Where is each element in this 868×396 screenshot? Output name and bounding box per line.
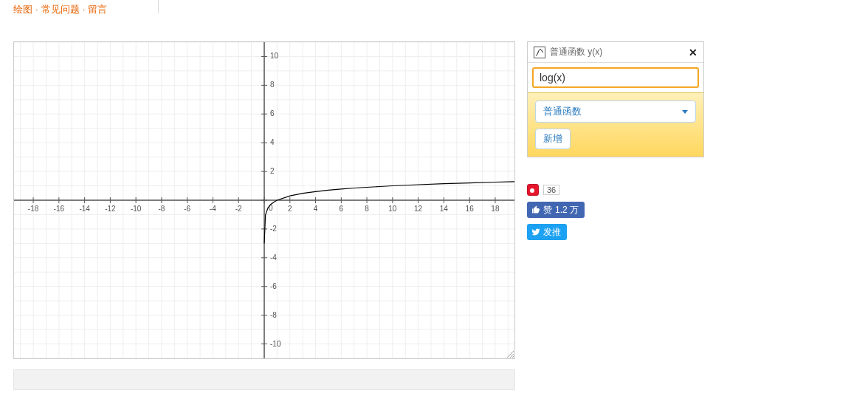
chart-panel[interactable]: -18-16-14-12-10-8-6-4-224681012141618-10…: [13, 41, 515, 359]
nav-link-guestbook[interactable]: 留言: [88, 4, 107, 15]
svg-text:2: 2: [288, 205, 292, 213]
sep: ·: [83, 4, 86, 15]
svg-text:-12: -12: [105, 205, 116, 213]
function-thumb-icon: [534, 47, 545, 58]
weibo-count: 36: [543, 185, 559, 195]
function-type-label: 普通函数: [543, 105, 582, 118]
chart-plot: -18-16-14-12-10-8-6-4-224681012141618-10…: [14, 42, 514, 358]
svg-text:8: 8: [270, 81, 275, 89]
function-type-select[interactable]: 普通函数: [535, 100, 696, 123]
svg-text:2: 2: [270, 167, 275, 175]
function-title: 普通函数 y(x): [550, 46, 684, 58]
sep: ·: [35, 4, 38, 15]
svg-text:-2: -2: [270, 225, 277, 233]
thumbs-up-icon: [531, 205, 540, 214]
twitter-icon: [531, 228, 540, 236]
add-button[interactable]: 新增: [535, 129, 571, 149]
like-count: 1.2 万: [555, 204, 579, 216]
svg-text:6: 6: [270, 109, 275, 117]
chevron-down-icon: [682, 110, 688, 114]
svg-text:16: 16: [466, 205, 475, 213]
like-label: 赞: [543, 204, 552, 216]
facebook-like-button[interactable]: 赞 1.2 万: [527, 202, 585, 218]
tweet-label: 发推: [543, 226, 561, 239]
svg-text:10: 10: [270, 52, 279, 60]
nav-link-faq[interactable]: 常见问题: [41, 4, 80, 15]
svg-text:4: 4: [270, 138, 275, 146]
svg-text:6: 6: [340, 205, 344, 213]
nav-link-plot[interactable]: 绘图: [13, 4, 32, 15]
twitter-button[interactable]: 发推: [527, 224, 567, 240]
svg-text:-8: -8: [158, 205, 165, 213]
svg-text:14: 14: [440, 205, 449, 213]
svg-text:-10: -10: [131, 205, 142, 213]
social-row: 36: [527, 184, 704, 196]
svg-line-125: [512, 356, 514, 358]
svg-text:8: 8: [365, 205, 369, 213]
function-box: 普通函数 y(x) ✕ 普通函数 新增: [527, 41, 704, 157]
svg-text:-18: -18: [28, 205, 39, 213]
bottom-toolbar: [13, 369, 515, 390]
svg-text:12: 12: [414, 205, 423, 213]
close-icon[interactable]: ✕: [689, 47, 698, 58]
svg-text:-14: -14: [79, 205, 90, 213]
resize-handle-icon[interactable]: [506, 349, 514, 358]
weibo-button[interactable]: [527, 184, 539, 196]
svg-text:-4: -4: [210, 205, 216, 213]
svg-text:10: 10: [388, 205, 397, 213]
weibo-icon: [527, 184, 539, 196]
svg-text:-16: -16: [54, 205, 65, 213]
svg-text:-4: -4: [270, 253, 277, 262]
svg-text:-10: -10: [270, 340, 281, 348]
svg-text:-6: -6: [184, 205, 190, 213]
sidebar: 普通函数 y(x) ✕ 普通函数 新增 36: [527, 41, 704, 240]
svg-text:-8: -8: [270, 311, 277, 319]
function-input[interactable]: [532, 67, 699, 88]
svg-text:0: 0: [269, 204, 273, 212]
divider: [158, 0, 159, 13]
svg-text:-6: -6: [270, 282, 277, 290]
svg-text:4: 4: [314, 205, 318, 213]
top-nav: 绘图·常见问题·留言: [0, 0, 868, 16]
svg-text:18: 18: [491, 205, 500, 213]
function-header: 普通函数 y(x) ✕: [528, 42, 703, 63]
svg-text:-2: -2: [235, 205, 242, 213]
